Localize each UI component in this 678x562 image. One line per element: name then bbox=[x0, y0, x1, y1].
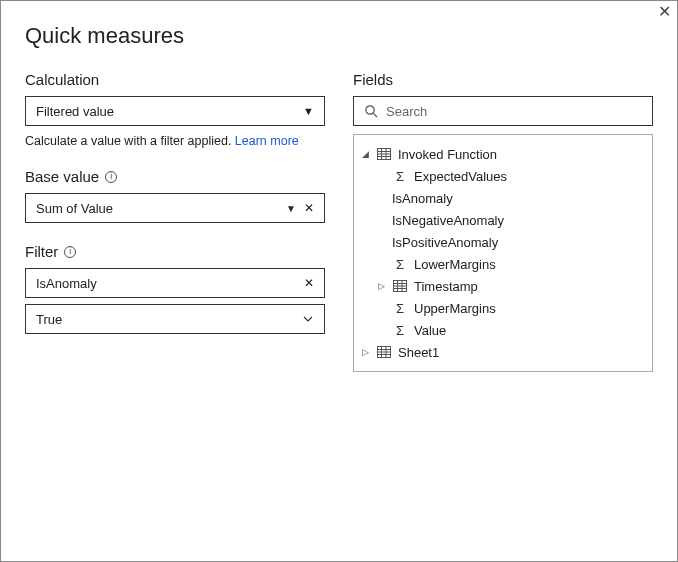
chevron-down-icon: ▼ bbox=[303, 105, 314, 117]
dialog-title: Quick measures bbox=[25, 23, 653, 49]
info-icon[interactable]: i bbox=[64, 246, 76, 258]
basevalue-field[interactable]: Sum of Value ▼ ✕ bbox=[25, 193, 325, 223]
table-icon bbox=[392, 280, 408, 292]
tree-label: IsNegativeAnomaly bbox=[392, 213, 646, 228]
basevalue-value: Sum of Value bbox=[36, 201, 113, 216]
filter-label: Filter i bbox=[25, 243, 325, 260]
tree-label: Timestamp bbox=[414, 279, 646, 294]
expand-icon[interactable]: ▷ bbox=[360, 347, 370, 357]
filter-value-text: True bbox=[36, 312, 62, 327]
chevron-down-icon: ▼ bbox=[286, 203, 296, 214]
tree-field-uppermargins[interactable]: Σ UpperMargins bbox=[360, 297, 646, 319]
tree-field-value[interactable]: Σ Value bbox=[360, 319, 646, 341]
tree-table-invoked-function[interactable]: ◢ Invoked Function bbox=[360, 143, 646, 165]
tree-label: LowerMargins bbox=[414, 257, 646, 272]
tree-field-ispositiveanomaly[interactable]: IsPositiveAnomaly bbox=[360, 231, 646, 253]
clear-icon[interactable]: ✕ bbox=[304, 201, 314, 215]
calculation-value: Filtered value bbox=[36, 104, 114, 119]
tree-label: UpperMargins bbox=[414, 301, 646, 316]
tree-label: Invoked Function bbox=[398, 147, 646, 162]
fields-search[interactable] bbox=[353, 96, 653, 126]
table-icon bbox=[376, 346, 392, 358]
tree-label: Sheet1 bbox=[398, 345, 646, 360]
search-icon bbox=[364, 104, 378, 118]
basevalue-label: Base value i bbox=[25, 168, 325, 185]
fields-label: Fields bbox=[353, 71, 653, 88]
filter-field[interactable]: IsAnomaly ✕ bbox=[25, 268, 325, 298]
clear-icon[interactable]: ✕ bbox=[304, 276, 314, 290]
quick-measures-dialog: ✕ Quick measures Calculation Filtered va… bbox=[0, 0, 678, 562]
tree-field-lowermargins[interactable]: Σ LowerMargins bbox=[360, 253, 646, 275]
tree-label: ExpectedValues bbox=[414, 169, 646, 184]
filter-field-value: IsAnomaly bbox=[36, 276, 97, 291]
fields-panel: Fields ◢ Invoked Function Σ bbox=[353, 71, 653, 372]
left-panel: Calculation Filtered value ▼ Calculate a… bbox=[25, 71, 325, 372]
calculation-dropdown[interactable]: Filtered value ▼ bbox=[25, 96, 325, 126]
calculation-label: Calculation bbox=[25, 71, 325, 88]
tree-label: Value bbox=[414, 323, 646, 338]
close-icon[interactable]: ✕ bbox=[655, 3, 673, 21]
svg-point-0 bbox=[366, 106, 374, 114]
filter-value-dropdown[interactable]: True bbox=[25, 304, 325, 334]
tree-table-sheet1[interactable]: ▷ Sheet1 bbox=[360, 341, 646, 363]
sigma-icon: Σ bbox=[392, 301, 408, 316]
sigma-icon: Σ bbox=[392, 323, 408, 338]
svg-line-1 bbox=[373, 113, 377, 117]
tree-field-isanomaly[interactable]: IsAnomaly bbox=[360, 187, 646, 209]
tree-field-timestamp[interactable]: ▷ Timestamp bbox=[360, 275, 646, 297]
search-input[interactable] bbox=[386, 104, 642, 119]
collapse-icon[interactable]: ◢ bbox=[360, 149, 370, 159]
sigma-icon: Σ bbox=[392, 257, 408, 272]
tree-label: IsAnomaly bbox=[392, 191, 646, 206]
info-icon[interactable]: i bbox=[105, 171, 117, 183]
chevron-down-icon bbox=[302, 313, 314, 325]
table-icon bbox=[376, 148, 392, 160]
calculation-help: Calculate a value with a filter applied.… bbox=[25, 134, 325, 148]
tree-field-expectedvalues[interactable]: Σ ExpectedValues bbox=[360, 165, 646, 187]
tree-label: IsPositiveAnomaly bbox=[392, 235, 646, 250]
learn-more-link[interactable]: Learn more bbox=[235, 134, 299, 148]
tree-field-isnegativeanomaly[interactable]: IsNegativeAnomaly bbox=[360, 209, 646, 231]
fields-tree: ◢ Invoked Function Σ ExpectedValues IsAn… bbox=[353, 134, 653, 372]
sigma-icon: Σ bbox=[392, 169, 408, 184]
expand-icon[interactable]: ▷ bbox=[376, 281, 386, 291]
